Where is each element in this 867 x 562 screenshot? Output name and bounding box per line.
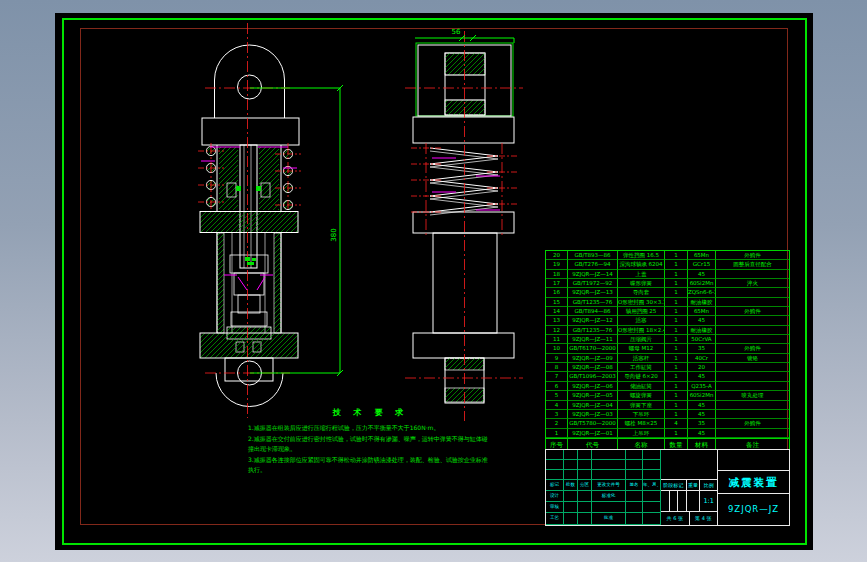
bom-cell: O形密封圈 30×3.1 [618,298,665,307]
bom-row: 2GB/T5780—2000螺栓 M8×25435外购件 [546,419,789,428]
bom-cell: 1 [665,401,688,410]
bom-cell: GB/T1096—2003 [568,372,618,381]
bom-cell: 20 [546,251,568,260]
bom-cell: 65Mn [688,251,716,260]
revision-empty-cell [643,470,661,480]
bom-cell: 1 [665,298,688,307]
bom-cell: 10 [546,344,568,353]
bom-cell: 5 [546,391,568,400]
bom-cell: 8 [546,363,568,372]
tech-note-line: 3.减振器各连接部位应紧固可靠不得松动并涂防锈油漆处理，装配、检验、试验按企业标… [248,455,493,476]
bom-cell: 外购件 [716,344,789,353]
bom-cell: 12 [546,326,568,335]
bom-cell: 弹性挡圈 16.5 [618,251,665,260]
bom-cell: 65Mn [688,307,716,316]
revision-empty-cell [578,470,592,480]
scale-value: 1:1 [700,491,717,511]
revision-empty-cell [592,460,626,470]
bom-cell: 9ZJQR—JZ—09 [568,354,618,363]
bom-cell: 圆整后直径配合 [716,260,789,269]
bom-cell: GCr15 [688,260,716,269]
role-cell [578,502,592,513]
role-cell [626,502,643,513]
drawing-title: 减震装置 [718,471,789,494]
bom-cell: 9ZJQR—JZ—08 [568,363,618,372]
bom-cell: 9ZJQR—JZ—06 [568,382,618,391]
role-cell [592,502,626,513]
role-cell: 工艺 [546,513,564,525]
bom-cell: 1 [665,316,688,325]
bom-cell: 2 [546,419,568,428]
bom-cell: 9ZJQR—JZ—11 [568,335,618,344]
stage-mark-label: 阶段标记 [661,480,687,490]
material-mark-cell [718,450,789,471]
bom-row: 59ZJQR—JZ—05螺旋弹簧160Si2Mn喷丸处理 [546,391,789,400]
bom-cell: 1 [665,429,688,438]
bom-cell [716,316,789,325]
bom-cell: 45 [688,410,716,419]
bom-row: 19ZJQR—JZ—01上吊环145 [546,429,789,438]
bom-cell: 4 [665,419,688,428]
bom-row: 189ZJQR—JZ—14上盖145 [546,270,789,279]
bom-cell: 1 [665,363,688,372]
bom-cell: 螺栓 M8×25 [618,419,665,428]
technical-notes-body: 1.减振器在组装后应进行压缩行程试验，压力不平衡量不大于160N·m。2.减振器… [248,423,493,476]
desktop-background: 380 56 技 术 要 求 1.减振器在组装后应进行压缩行程试验，压力不平衡量… [0,0,867,562]
stage-empty-cell [661,450,717,480]
bom-cell [716,382,789,391]
bom-cell: 压缩阀片 [618,335,665,344]
bom-cell: 9ZJQR—JZ—12 [568,316,618,325]
bom-row: 139ZJQR—JZ—12活塞145 [546,316,789,325]
bom-cell: 活塞 [618,316,665,325]
bom-cell: GB/T893—86 [568,251,618,260]
bom-row: 19GB/T276—94深沟球轴承 62041GCr15圆整后直径配合 [546,260,789,269]
bom-row: 20GB/T893—86弹性挡圈 16.5165Mn外购件 [546,251,789,260]
revision-empty-cell [626,450,643,460]
bom-cell: 50CrVA [688,335,716,344]
bom-cell [716,288,789,297]
bom-cell: 9ZJQR—JZ—04 [568,401,618,410]
revision-header-cell: 处数 [564,480,578,491]
bom-cell: 45 [688,429,716,438]
bom-cell [716,372,789,381]
bom-cell: 45 [688,316,716,325]
role-cell: 批准 [592,513,626,525]
bom-cell: 耐油橡胶 [688,326,716,335]
revision-empty-cell [546,460,564,470]
bom-cell: 9ZJQR—JZ—03 [568,410,618,419]
bom-cell: GB/T894—86 [568,307,618,316]
bom-cell: 1 [665,382,688,391]
bom-cell: GB/T1235—76 [568,326,618,335]
revision-empty-cell [578,460,592,470]
bom-cell: 45 [688,270,716,279]
bom-cell [716,410,789,419]
bom-cell: 1 [665,279,688,288]
bom-cell: 35 [688,344,716,353]
tech-note-line: 1.减振器在组装后应进行压缩行程试验，压力不平衡量不大于160N·m。 [248,423,493,434]
sheet-number: 第 4 张 [690,512,718,525]
bom-cell: GB/T5780—2000 [568,419,618,428]
bom-row: 15GB/T1235—76O形密封圈 30×3.11耐油橡胶 [546,298,789,307]
bom-cell: 上吊环 [618,429,665,438]
revision-empty-cell [564,460,578,470]
bom-cell: 1 [665,410,688,419]
bom-cell: 外购件 [716,307,789,316]
bom-row: 99ZJQR—JZ—09活塞杆140Cr镀铬 [546,354,789,363]
title-block-name-area: 减震装置 9ZJQR—JZ [718,450,789,525]
bom-cell: 9ZJQR—JZ—01 [568,429,618,438]
scale-label: 比例 [700,480,717,490]
bom-cell [716,401,789,410]
title-block: 标记处数分区更改文件号签名年、月、日设计标准化审核工艺批准 阶段标记 重量 比例… [545,449,790,526]
tech-note-line: 2.减振器在交付前应进行密封性试验，试验时不得有渗漏、噪声，运转中弹簧不得与缸体… [248,434,493,455]
bom-cell: GB/T1972—92 [568,279,618,288]
revision-empty-cell [626,460,643,470]
bom-cell: 1 [665,270,688,279]
bom-cell: 7 [546,372,568,381]
role-cell [578,491,592,502]
bom-row: 119ZJQR—JZ—11压缩阀片150CrVA [546,335,789,344]
bom-cell: 60Si2Mn [688,391,716,400]
bom-cell: 1 [665,344,688,353]
cad-drawing-canvas[interactable]: 380 56 技 术 要 求 1.减振器在组装后应进行压缩行程试验，压力不平衡量… [55,13,813,550]
bom-cell: 弹簧下座 [618,401,665,410]
bom-row: 17GB/T1972—92碟形弹簧160Si2Mn淬火 [546,279,789,288]
